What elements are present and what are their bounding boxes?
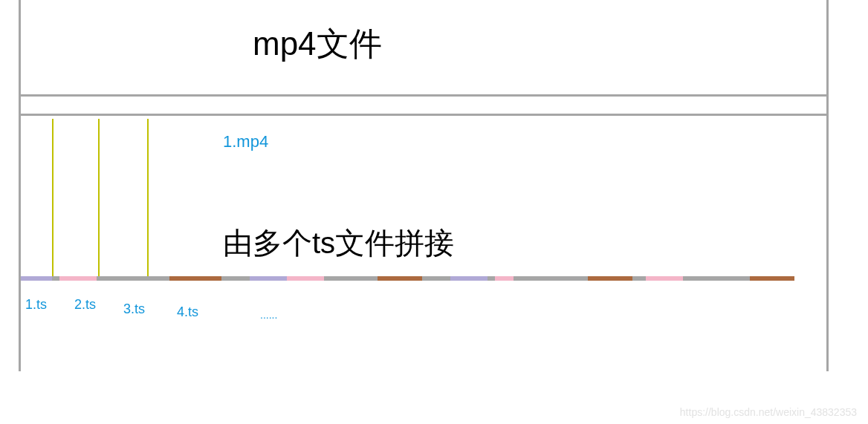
segment-piece (59, 276, 97, 281)
segment-piece (221, 276, 250, 281)
segment-piece (143, 276, 169, 281)
segment-piece (632, 276, 646, 281)
top-box-divider (19, 0, 829, 97)
segment-piece (488, 276, 495, 281)
segment-piece (514, 276, 588, 281)
segment-piece (646, 276, 683, 281)
segment-piece (495, 276, 514, 281)
diagram-title: mp4文件 (253, 22, 382, 66)
segment-divider-2 (98, 119, 100, 276)
diagram-subtitle: 由多个ts文件拼接 (223, 223, 454, 264)
segment-piece (21, 276, 52, 281)
segment-piece (422, 276, 450, 281)
segment-piece (52, 276, 59, 281)
ts-label-4: 4.ts (177, 304, 198, 320)
segment-piece (250, 276, 287, 281)
segment-divider-3 (147, 119, 149, 276)
segment-piece (287, 276, 324, 281)
segment-piece (683, 276, 750, 281)
segment-divider-1 (52, 119, 54, 276)
ts-label-2: 2.ts (74, 297, 96, 313)
segment-piece (750, 276, 794, 281)
ts-label-1: 1.ts (25, 297, 47, 313)
segment-piece (97, 276, 143, 281)
segment-piece (169, 276, 221, 281)
watermark-text: https://blog.csdn.net/weixin_43832353 (680, 406, 857, 418)
segment-piece (450, 276, 488, 281)
ts-label-3: 3.ts (123, 301, 145, 317)
segment-piece (324, 276, 378, 281)
segment-piece (378, 276, 422, 281)
second-divider (19, 114, 829, 116)
mp4-filename-label: 1.mp4 (223, 132, 268, 151)
ts-label-ellipsis: ...... (260, 309, 277, 321)
segment-piece (588, 276, 632, 281)
ts-segments-bar (21, 276, 827, 281)
